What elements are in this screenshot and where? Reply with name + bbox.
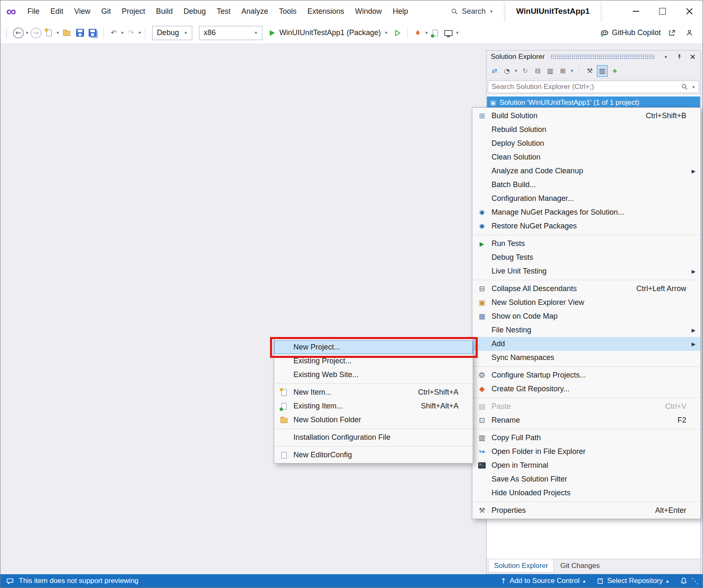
show-all-files-button[interactable]: ▥ <box>545 66 555 76</box>
menu-item-rename[interactable]: ⊡RenameF2 <box>472 413 700 427</box>
menu-item-configuration-manager[interactable]: Configuration Manager... <box>472 192 700 205</box>
share-button[interactable] <box>666 27 677 39</box>
panel-drag-grip[interactable] <box>550 54 655 59</box>
menu-item-restore-nuget-packages[interactable]: ◉Restore NuGet Packages <box>472 219 700 233</box>
menu-item-live-unit-testing[interactable]: Live Unit Testing▶ <box>472 264 700 278</box>
menu-item-show-on-code-map[interactable]: ▦Show on Code Map <box>472 309 700 323</box>
refresh-button[interactable]: ↻ <box>520 66 530 76</box>
menu-item-open-folder-in-file-explorer[interactable]: ↪Open Folder in File Explorer <box>472 445 700 459</box>
undo-button[interactable]: ↶ <box>108 27 119 39</box>
close-button[interactable] <box>676 0 703 22</box>
chevron-down-icon[interactable]: ▾ <box>456 30 458 35</box>
redo-button[interactable]: ↷ <box>126 27 137 39</box>
menu-item-hide-unloaded-projects[interactable]: Hide Unloaded Projects <box>472 486 700 500</box>
panel-header[interactable]: Solution Explorer ▾ <box>486 51 700 63</box>
menu-tools[interactable]: Tools <box>273 0 302 22</box>
preview-selected-items-button[interactable]: ▥ <box>597 66 607 76</box>
menu-debug[interactable]: Debug <box>178 0 211 22</box>
sync-with-active-document-button[interactable]: ⇄ <box>489 66 499 76</box>
menu-item-manage-nuget-packages-for-solution[interactable]: ◉Manage NuGet Packages for Solution... <box>472 205 700 219</box>
collapse-all-button[interactable]: ⊟ <box>533 66 543 76</box>
start-without-debugging-button[interactable] <box>392 27 403 39</box>
chevron-down-icon[interactable]: ▾ <box>515 68 517 73</box>
select-repository-button[interactable]: Select Repository ▴ <box>597 577 669 585</box>
chevron-down-icon[interactable]: ▾ <box>571 68 573 73</box>
menu-extensions[interactable]: Extensions <box>302 0 350 22</box>
menu-analyze[interactable]: Analyze <box>236 0 273 22</box>
menu-item-new-solution-folder[interactable]: New Solution Folder <box>274 413 473 427</box>
pending-changes-filter-button[interactable]: ◔ <box>502 66 512 76</box>
menu-item-new-editorconfig[interactable]: New EditorConfig <box>274 448 473 462</box>
menu-item-collapse-all-descendants[interactable]: ⊟Collapse All DescendantsCtrl+Left Arrow <box>472 282 700 296</box>
menu-item-existing-item[interactable]: Existing Item...Shift+Alt+A <box>274 399 473 413</box>
menu-item-create-git-repository[interactable]: ◆Create Git Repository... <box>472 382 700 396</box>
menu-test[interactable]: Test <box>211 0 236 22</box>
maximize-button[interactable] <box>649 0 676 22</box>
start-debugging-button[interactable]: WinUIUnitTestApp1 (Package) ▾ <box>268 28 388 37</box>
resize-grip-icon[interactable]: ⋱ <box>691 578 698 585</box>
tab-solution-explorer[interactable]: Solution Explorer <box>488 559 554 573</box>
panel-menu-button[interactable]: ▾ <box>661 52 670 61</box>
menu-item-save-as-solution-filter[interactable]: Save As Solution Filter <box>472 472 700 486</box>
save-all-button[interactable] <box>88 27 99 39</box>
menu-item-new-item[interactable]: New Item...Ctrl+Shift+A <box>274 385 473 399</box>
menu-edit[interactable]: Edit <box>45 0 69 22</box>
toolbar-grip[interactable] <box>5 28 8 38</box>
platform-dropdown[interactable]: x86 ▾ <box>199 26 262 40</box>
panel-close-button[interactable] <box>688 52 697 61</box>
open-file-button[interactable] <box>61 27 72 39</box>
chevron-down-icon[interactable]: ▾ <box>26 30 28 35</box>
menu-item-add[interactable]: Add▶ <box>472 337 700 351</box>
properties-button[interactable]: ⚒ <box>585 66 595 76</box>
chevron-down-icon[interactable]: ▾ <box>139 30 141 35</box>
menu-item-debug-tests[interactable]: Debug Tests <box>472 251 700 264</box>
navigate-back-button[interactable]: ← <box>13 28 24 38</box>
menu-item-new-project[interactable]: New Project... <box>274 340 473 354</box>
add-item-button[interactable]: + <box>610 66 620 76</box>
save-button[interactable] <box>74 27 85 39</box>
device-preview-button[interactable] <box>443 27 454 39</box>
menu-item-installation-configuration-file[interactable]: Installation Configuration File <box>274 431 473 444</box>
tab-git-changes[interactable]: Git Changes <box>555 559 605 573</box>
menu-item-existing-web-site[interactable]: Existing Web Site... <box>274 368 473 382</box>
menu-item-file-nesting[interactable]: File Nesting▶ <box>472 323 700 337</box>
menu-project[interactable]: Project <box>116 0 150 22</box>
search-box[interactable]: Search ▾ <box>451 0 494 22</box>
menu-item-run-tests[interactable]: ▶Run Tests <box>472 237 700 251</box>
menu-item-new-solution-explorer-view[interactable]: ▣New Solution Explorer View <box>472 296 700 309</box>
chevron-down-icon[interactable]: ▾ <box>425 30 428 35</box>
menu-item-batch-build[interactable]: Batch Build... <box>472 178 700 192</box>
menu-item-sync-namespaces[interactable]: Sync Namespaces <box>472 351 700 365</box>
menu-item-deploy-solution[interactable]: Deploy Solution <box>472 137 700 150</box>
menu-view[interactable]: View <box>69 0 96 22</box>
menu-item-properties[interactable]: ⚒PropertiesAlt+Enter <box>472 504 700 517</box>
menu-help[interactable]: Help <box>387 0 414 22</box>
menu-item-rebuild-solution[interactable]: Rebuild Solution <box>472 123 700 137</box>
menu-item-paste[interactable]: ▤PasteCtrl+V <box>472 400 700 413</box>
code-editor-button[interactable] <box>430 27 441 39</box>
new-view-button[interactable]: ⊞ <box>558 66 568 76</box>
github-copilot-button[interactable]: GitHub Copilot <box>601 28 661 37</box>
solution-explorer-search[interactable]: Search Solution Explorer (Ctrl+;) ▾ <box>488 81 699 93</box>
menu-item-build-solution[interactable]: ⊞Build SolutionCtrl+Shift+B <box>472 109 700 123</box>
menu-item-existing-project[interactable]: Existing Project... <box>274 354 473 368</box>
account-button[interactable] <box>684 27 695 39</box>
chevron-down-icon[interactable]: ▾ <box>57 30 59 35</box>
new-project-button[interactable] <box>44 27 55 39</box>
menu-git[interactable]: Git <box>96 0 116 22</box>
configuration-dropdown[interactable]: Debug ▾ <box>152 26 192 40</box>
menu-build[interactable]: Build <box>150 0 178 22</box>
notifications-button[interactable] <box>680 577 688 585</box>
menu-window[interactable]: Window <box>350 0 387 22</box>
menu-item-open-in-terminal[interactable]: Open in Terminal <box>472 459 700 472</box>
add-to-source-control-button[interactable]: ↑ Add to Source Control ▴ <box>500 577 586 585</box>
menu-item-clean-solution[interactable]: Clean Solution <box>472 150 700 164</box>
menu-file[interactable]: File <box>22 0 45 22</box>
menu-item-copy-full-path[interactable]: ▥Copy Full Path <box>472 431 700 445</box>
hot-reload-button[interactable] <box>413 27 423 39</box>
minimize-button[interactable] <box>622 0 649 22</box>
menu-item-analyze-and-code-cleanup[interactable]: Analyze and Code Cleanup▶ <box>472 164 700 178</box>
chevron-down-icon[interactable]: ▾ <box>692 85 695 89</box>
chevron-down-icon[interactable]: ▾ <box>121 30 124 35</box>
pin-button[interactable] <box>675 52 684 61</box>
